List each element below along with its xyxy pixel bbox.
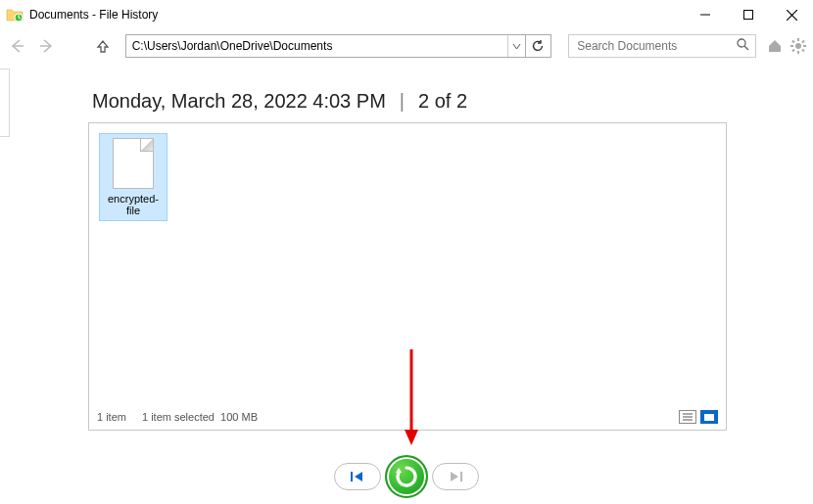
icons-view-button[interactable] [700, 410, 718, 424]
minimize-button[interactable] [684, 0, 727, 29]
svg-rect-17 [791, 49, 795, 53]
version-position: 2 of 2 [418, 90, 467, 113]
maximize-button[interactable] [727, 0, 770, 29]
svg-point-9 [795, 43, 801, 49]
svg-marker-25 [355, 472, 362, 481]
gear-icon[interactable] [789, 37, 807, 55]
separator: | [400, 90, 405, 113]
restore-button[interactable] [385, 455, 428, 498]
home-icon[interactable] [766, 37, 784, 55]
history-nav-controls [0, 455, 813, 498]
svg-marker-23 [405, 430, 418, 445]
svg-marker-26 [396, 468, 402, 473]
svg-rect-12 [790, 45, 793, 47]
titlebar: Documents - File History [0, 0, 813, 29]
svg-rect-11 [797, 51, 799, 54]
svg-rect-10 [797, 38, 799, 41]
file-icon [113, 138, 154, 189]
sidebar-fragment [0, 69, 10, 137]
svg-rect-14 [791, 40, 795, 44]
status-item-count: 1 item [97, 411, 126, 423]
details-view-button[interactable] [679, 410, 696, 424]
view-switcher [679, 410, 718, 424]
next-version-button[interactable] [432, 463, 479, 490]
content-pane: encrypted-file 1 item 1 item selected 10… [88, 122, 727, 431]
previous-version-button[interactable] [334, 463, 381, 490]
svg-rect-13 [803, 45, 806, 47]
toolbar [0, 29, 813, 63]
svg-rect-2 [744, 11, 753, 20]
refresh-button[interactable] [525, 35, 550, 57]
search-box[interactable] [568, 34, 756, 58]
address-input[interactable] [126, 35, 507, 57]
forward-button[interactable] [34, 33, 59, 59]
back-button[interactable] [6, 33, 30, 59]
close-button[interactable] [770, 0, 813, 29]
search-input[interactable] [575, 38, 737, 54]
file-item[interactable]: encrypted-file [99, 133, 167, 221]
svg-point-7 [738, 39, 745, 47]
svg-rect-21 [704, 414, 714, 421]
file-label: encrypted-file [104, 193, 163, 216]
svg-rect-24 [351, 472, 353, 481]
status-size: 100 MB [220, 411, 258, 423]
up-button[interactable] [91, 33, 116, 59]
status-selection: 1 item selected [142, 411, 215, 423]
version-timestamp: Monday, March 28, 2022 4:03 PM [92, 90, 386, 113]
search-icon [737, 38, 749, 54]
address-dropdown-icon[interactable] [507, 35, 525, 57]
svg-rect-28 [460, 472, 462, 481]
svg-marker-27 [451, 472, 458, 481]
window-controls [684, 0, 813, 29]
status-bar: 1 item 1 item selected 100 MB [97, 410, 718, 424]
address-bar[interactable] [125, 34, 551, 58]
window-title: Documents - File History [29, 8, 158, 22]
version-header: Monday, March 28, 2022 4:03 PM | 2 of 2 [0, 63, 813, 122]
svg-rect-16 [801, 40, 805, 44]
svg-rect-15 [801, 49, 805, 53]
folder-history-icon [6, 6, 24, 23]
svg-line-8 [744, 46, 748, 50]
